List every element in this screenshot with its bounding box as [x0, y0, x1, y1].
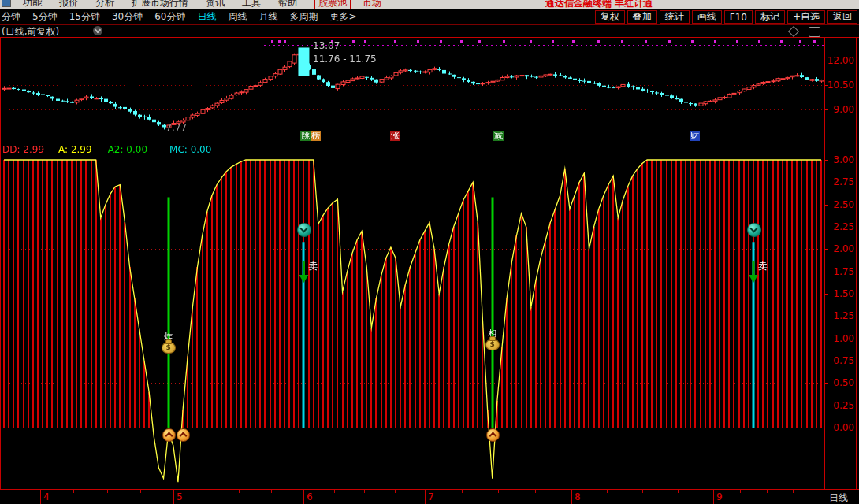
price-axis-tick: [825, 109, 828, 110]
indicator-axis-tick: [825, 428, 828, 428]
week-tick: [607, 490, 608, 493]
month-label: 8: [575, 491, 581, 502]
sell-label: 卖: [758, 260, 768, 273]
indicator-axis-label: 1.50: [826, 288, 854, 299]
week-tick: [793, 490, 794, 493]
sell-signal-icon: [747, 223, 761, 237]
diamond-icon[interactable]: [788, 26, 799, 37]
period-tab[interactable]: 分钟: [2, 10, 20, 24]
indicator-axis-label: 0.00: [826, 422, 854, 433]
indicator-value: A2: 0.00: [108, 144, 147, 155]
month-divider: [571, 490, 572, 504]
toolbar-button[interactable]: +自选: [787, 10, 825, 24]
toolbar-button[interactable]: F10: [724, 10, 753, 24]
chart-titlebar: (日线,前复权): [0, 25, 859, 37]
indicator-value: A: 2.99: [58, 144, 92, 155]
price-axis-label: 10.50: [826, 80, 854, 91]
period-tab[interactable]: 60分钟: [154, 10, 185, 24]
week-tick: [678, 490, 679, 493]
indicator-value: MC: 0.00: [169, 144, 211, 155]
indicator-axis-label: 0.25: [826, 400, 854, 411]
week-tick: [140, 490, 141, 493]
week-tick: [239, 490, 240, 493]
month-divider: [820, 490, 820, 504]
indicator-chart[interactable]: [1, 143, 824, 489]
toolbar-buttons: 复权叠加统计画线F10标记+自选返回: [593, 10, 857, 24]
indicator-axis-tick: [825, 339, 828, 339]
period-tab[interactable]: 月线: [258, 10, 277, 24]
app-icon: [2, 0, 11, 7]
indicator-axis-tick: [825, 249, 828, 250]
menu-item[interactable]: 分析: [95, 0, 114, 9]
menu-row: 功能报价分析扩展市场行情资讯工具帮助 股票池市场: [0, 0, 389, 9]
period-tab[interactable]: 更多>: [329, 10, 356, 24]
menu-item[interactable]: 报价: [59, 0, 78, 9]
week-tick: [740, 490, 741, 493]
indicator-axis-label: 1.00: [826, 333, 854, 344]
period-tab[interactable]: 日线: [197, 10, 216, 24]
event-badge: 涨: [390, 131, 400, 141]
period-box-label: 日线: [820, 491, 857, 504]
month-divider: [857, 490, 857, 504]
top-menubar: 功能报价分析扩展市场行情资讯工具帮助 股票池市场 通达信金融终端 丰红计通: [0, 0, 859, 9]
period-tab[interactable]: 15分钟: [69, 10, 100, 24]
toolbar-button[interactable]: 标记: [755, 10, 785, 24]
week-tick: [334, 490, 335, 493]
chevron-down-icon[interactable]: [93, 26, 102, 35]
indicator-value: DD: 2.99: [2, 144, 44, 155]
border-top: [0, 37, 859, 38]
menu-items: 功能报价分析扩展市场行情资讯工具帮助: [14, 0, 306, 9]
period-tab[interactable]: 5分钟: [32, 10, 58, 24]
week-tick: [462, 490, 463, 493]
toolbar-button[interactable]: 返回: [827, 10, 857, 24]
period-tab[interactable]: 周线: [228, 10, 247, 24]
menu-hot-item[interactable]: 市场: [359, 0, 385, 9]
event-badge: 财: [690, 131, 700, 141]
price-axis-tick: [825, 85, 828, 86]
indicator-axis-label: 2.00: [826, 243, 854, 254]
event-badge: 榜: [311, 131, 321, 141]
moneybag-icon: [162, 342, 176, 354]
indicator-axis-tick: [825, 383, 828, 384]
indicator-axis-tick: [825, 205, 828, 206]
buy-signal-icon: [486, 428, 500, 442]
week-tick: [271, 490, 272, 493]
menu-item[interactable]: 功能: [23, 0, 42, 9]
menu-item[interactable]: 资讯: [206, 0, 225, 9]
sell-label: 卖: [308, 260, 318, 273]
toolbar-button[interactable]: 统计: [660, 10, 690, 24]
panel-layout-icon[interactable]: [809, 27, 820, 37]
period-tab[interactable]: 30分钟: [112, 10, 143, 24]
candlestick-chart[interactable]: [1, 38, 824, 143]
week-tick: [535, 490, 536, 493]
month-divider: [713, 490, 714, 504]
indicator-values-header: DD: 2.99A: 2.99A2: 0.00MC: 0.00: [2, 144, 211, 155]
week-tick: [107, 490, 108, 493]
indicator-axis-label: 2.25: [826, 221, 854, 232]
indicator-axis-label: 0.75: [826, 355, 854, 366]
month-divider: [425, 490, 426, 504]
menu-item[interactable]: 扩展市场行情: [132, 0, 188, 9]
indicator-axis-label: 1.75: [826, 266, 854, 277]
moneybag-icon: [485, 339, 500, 350]
menu-hot-item[interactable]: 股票池: [314, 0, 351, 9]
month-label: 4: [43, 491, 50, 502]
toolbar-button[interactable]: 画线: [692, 10, 722, 24]
week-tick: [767, 490, 768, 493]
marquee-text: 通达信金融终端 丰红计通: [545, 0, 653, 9]
event-badge: 减: [493, 131, 504, 141]
price-axis-label: 9.00: [826, 104, 854, 115]
month-divider: [173, 490, 174, 504]
toolbar-button[interactable]: 叠加: [627, 10, 657, 24]
price-axis-tick: [825, 61, 828, 61]
menu-item[interactable]: 帮助: [278, 0, 297, 9]
toolbar-button[interactable]: 复权: [595, 10, 625, 24]
indicator-axis-label: 1.25: [826, 310, 854, 321]
indicator-axis-label: 0.50: [826, 377, 854, 388]
period-tab[interactable]: 多周期: [289, 10, 318, 24]
panel-separator: [0, 143, 859, 143]
menu-item[interactable]: 工具: [242, 0, 261, 9]
week-tick: [73, 490, 74, 493]
indicator-axis-label: 2.50: [826, 199, 854, 210]
indicator-axis-tick: [825, 160, 828, 161]
